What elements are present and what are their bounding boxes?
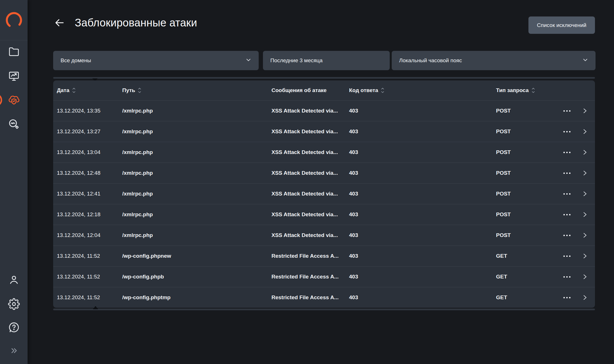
table-row[interactable]: 13.12.2024, 11:52 /wp-config.phpb Restri… [53,266,595,287]
row-actions-button[interactable] [559,172,575,174]
sidebar-collapse-toggle[interactable] [0,340,28,361]
row-open-button[interactable] [575,253,595,259]
table-row[interactable]: 13.12.2024, 12:18 /xmlrpc.php XSS Attack… [53,204,595,225]
table-scrollbar-top[interactable] [53,77,595,79]
monitor-chart-icon [8,70,20,82]
row-actions-button[interactable] [559,110,575,112]
row-response-code: 403 [345,232,492,238]
ellipsis-icon [563,214,565,215]
column-header-method[interactable]: Тип запроса [492,87,559,93]
domain-filter-select[interactable]: Все домены [53,51,259,70]
chevron-right-icon [583,211,587,218]
sidebar-item-help[interactable] [0,317,28,338]
row-actions-button[interactable] [559,276,575,278]
row-path: /wp-config.phptmp [119,294,268,301]
row-date: 13.12.2024, 12:41 [53,191,119,197]
row-date: 13.12.2024, 12:48 [53,170,119,176]
row-date: 13.12.2024, 13:27 [53,128,119,135]
brand-logo[interactable] [0,0,28,40]
help-icon [8,321,20,333]
chevron-right-icon [583,232,587,239]
row-path: /xmlrpc.php [119,128,268,135]
table-row[interactable]: 13.12.2024, 11:52 /wp-config.phpnew Rest… [53,246,595,266]
row-actions-button[interactable] [559,214,575,215]
table-row[interactable]: 13.12.2024, 12:04 /xmlrpc.php XSS Attack… [53,225,595,246]
ellipsis-icon [563,297,565,298]
column-header-path[interactable]: Путь [119,87,268,93]
chevron-right-icon [583,128,587,135]
chevron-right-icon [583,273,587,280]
row-open-button[interactable] [575,190,595,197]
row-actions-button[interactable] [559,297,575,298]
row-date: 13.12.2024, 13:35 [53,108,119,114]
search-pulse-icon [8,118,20,130]
row-request-method: POST [492,232,559,238]
ellipsis-icon [563,255,565,257]
table-row[interactable]: 13.12.2024, 13:04 /xmlrpc.php XSS Attack… [53,142,595,163]
sort-icon[interactable] [532,88,535,93]
sort-icon[interactable] [72,88,76,93]
chevron-right-icon [583,149,587,156]
row-date: 13.12.2024, 11:52 [53,294,119,301]
row-open-button[interactable] [575,211,595,218]
ellipsis-icon [563,235,565,236]
row-actions-button[interactable] [559,193,575,195]
timezone-filter-select[interactable]: Локальный часовой пояс [392,51,596,70]
cloud-shield-icon [7,93,20,107]
row-path: /xmlrpc.php [119,211,268,218]
sidebar-item-files[interactable] [0,41,28,62]
row-actions-button[interactable] [559,152,575,153]
table-row[interactable]: 13.12.2024, 12:48 /xmlrpc.php XSS Attack… [53,163,595,183]
chevron-right-icon [583,253,587,259]
table-row[interactable]: 13.12.2024, 12:41 /xmlrpc.php XSS Attack… [53,183,595,204]
ellipsis-icon [563,172,565,174]
row-path: /xmlrpc.php [119,149,268,155]
row-request-method: POST [492,191,559,197]
user-icon [8,274,20,286]
ellipsis-icon [563,131,565,132]
row-open-button[interactable] [575,128,595,135]
sidebar-item-attacks[interactable] [0,90,28,110]
sort-icon[interactable] [381,88,384,93]
row-path: /xmlrpc.php [119,191,268,197]
table-row[interactable]: 13.12.2024, 11:52 /wp-config.phptmp Rest… [53,287,595,308]
row-open-button[interactable] [575,149,595,156]
sidebar-item-logs-search[interactable] [0,114,28,134]
row-open-button[interactable] [575,170,595,176]
row-date: 13.12.2024, 11:52 [53,274,119,280]
column-header-date[interactable]: Дата [53,87,119,93]
ellipsis-icon [563,110,565,112]
row-response-code: 403 [345,294,492,301]
row-actions-button[interactable] [559,255,575,257]
row-open-button[interactable] [575,107,595,114]
table-row[interactable]: 13.12.2024, 13:35 /xmlrpc.php XSS Attack… [53,100,595,121]
row-open-button[interactable] [575,232,595,239]
sidebar-item-profile[interactable] [0,270,28,290]
page-header: Заблокированные атаки Список исключений [53,11,595,34]
row-request-method: POST [492,108,559,114]
row-path: /xmlrpc.php [119,170,268,176]
back-button[interactable] [53,16,66,29]
exceptions-list-button[interactable]: Список исключений [528,16,595,34]
brand-ring-logo-icon [5,12,22,29]
sort-icon[interactable] [138,88,141,93]
timezone-filter-value: Локальный часовой пояс [399,57,462,64]
double-chevron-right-icon [9,346,19,355]
row-date: 13.12.2024, 13:04 [53,149,119,155]
sidebar-item-monitoring[interactable] [0,66,28,86]
row-actions-button[interactable] [559,235,575,236]
period-filter-value: Последние 3 месяца [270,57,323,64]
row-response-code: 403 [345,149,492,155]
app-root: Заблокированные атаки Список исключений … [0,0,614,364]
table-row[interactable]: 13.12.2024, 13:27 /xmlrpc.php XSS Attack… [53,121,595,142]
row-response-code: 403 [345,253,492,259]
column-header-code[interactable]: Код ответа [345,87,492,93]
period-filter-select[interactable]: Последние 3 месяца [263,51,390,70]
row-open-button[interactable] [575,294,595,301]
filters-bar: Все домены Последние 3 месяца Локальный … [53,51,596,70]
row-open-button[interactable] [575,273,595,280]
chevron-right-icon [583,294,587,301]
sidebar-item-settings[interactable] [0,294,28,314]
row-actions-button[interactable] [559,131,575,132]
table-scrollbar-bottom[interactable] [53,309,595,310]
